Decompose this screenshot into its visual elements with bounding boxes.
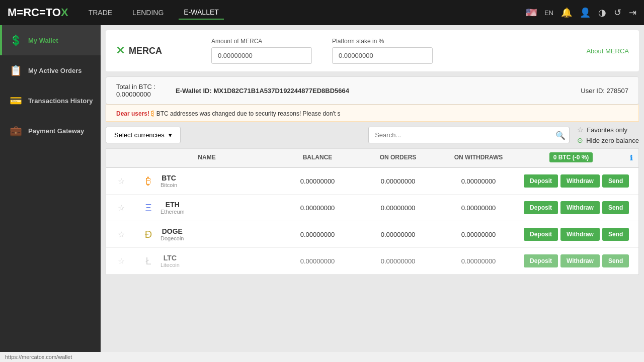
eth-deposit-button[interactable]: Deposit <box>524 201 558 214</box>
sidebar-label-payment-gateway: Payment Gateway <box>28 127 84 135</box>
table-row: ☆ ₿ BTC Bitcoin 0.00000000 0.00000000 0.… <box>106 168 638 195</box>
doge-balance: 0.00000000 <box>277 231 358 238</box>
logo-x: X <box>61 6 68 19</box>
hide-zero-label: Hide zero balance <box>586 137 639 144</box>
favorites-filter[interactable]: ☆ Favorites only <box>577 126 639 134</box>
btc-name: Bitcoin <box>160 182 177 188</box>
warning-bar: Dear users! ₿ BTC addresses was changed … <box>106 105 639 122</box>
notification-icon[interactable]: 🔔 <box>561 7 572 18</box>
eth-balance: 0.00000000 <box>277 204 358 212</box>
ltc-symbol: LTC <box>160 254 180 262</box>
doge-actions: Deposit Withdraw Send <box>519 228 634 241</box>
user-id-value: 278507 <box>607 87 628 95</box>
doge-on-orders: 0.00000000 <box>358 231 438 238</box>
th-on-orders: ON ORDERS <box>358 154 438 162</box>
ewallet-id-section: E-Wallet ID: MX1D82C71B1A537D192244877ED… <box>176 87 349 95</box>
about-merca-link[interactable]: About MERCA <box>586 47 629 55</box>
sidebar-label-my-wallet: My Wallet <box>28 37 58 44</box>
doge-deposit-button[interactable]: Deposit <box>524 228 558 241</box>
language-label[interactable]: EN <box>544 9 553 17</box>
orders-icon: 📋 <box>10 64 22 76</box>
table-row: ☆ Ð DOGE Dogecoin 0.00000000 0.00000000 … <box>106 221 638 248</box>
sidebar-label-active-orders: My Active Orders <box>28 67 82 74</box>
ltc-deposit-button[interactable]: Deposit <box>524 254 558 267</box>
ltc-balance: 0.00000000 <box>277 257 358 265</box>
btc-icon: ₿ <box>141 175 155 187</box>
btc-actions: Deposit Withdraw Send <box>519 174 634 188</box>
th-info: ℹ <box>623 154 638 162</box>
stake-input[interactable] <box>332 47 433 64</box>
user-icon[interactable]: 👤 <box>580 7 591 18</box>
th-on-withdraws: ON WITHDRAWS <box>438 154 519 162</box>
eth-on-orders: 0.00000000 <box>358 204 438 212</box>
refresh-icon[interactable]: ↺ <box>614 7 621 18</box>
nav-lending[interactable]: LENDING <box>127 6 169 19</box>
filter-options: ☆ Favorites only ⊙ Hide zero balance <box>577 126 639 144</box>
doge-on-withdraws: 0.00000000 <box>438 231 519 238</box>
dropdown-arrow-icon: ▾ <box>169 131 172 139</box>
doge-name: Dogecoin <box>160 235 184 241</box>
header-right: 🇺🇸 EN 🔔 👤 ◑ ↺ ⇥ <box>526 7 636 18</box>
sidebar-item-payment-gateway[interactable]: 💼 Payment Gateway <box>0 116 101 146</box>
logo[interactable]: M=RC=TOX <box>8 6 68 19</box>
search-input[interactable] <box>368 127 570 143</box>
btc-warning-icon: ₿ <box>151 109 154 117</box>
history-icon: 💳 <box>10 95 22 107</box>
ltc-on-withdraws: 0.00000000 <box>438 257 519 265</box>
eth-withdraw-button[interactable]: Withdraw <box>560 201 600 214</box>
th-balance: BALANCE <box>277 154 358 162</box>
merca-logo: ✕ MERCA <box>116 44 191 57</box>
sidebar-item-tx-history[interactable]: 💳 Transactions History <box>0 85 101 116</box>
doge-withdraw-button[interactable]: Withdraw <box>560 228 600 241</box>
doge-send-button[interactable]: Send <box>602 228 629 241</box>
select-currencies-label: Select currencies <box>114 131 165 139</box>
ltc-coin-info: Ł LTC Litecoin <box>136 254 277 268</box>
search-button[interactable]: 🔍 <box>555 130 566 140</box>
eth-star[interactable]: ☆ <box>106 203 136 213</box>
btc-send-button[interactable]: Send <box>602 174 629 188</box>
table-row: ☆ Ł LTC Litecoin 0.00000000 0.00000000 0… <box>106 248 638 275</box>
favorites-star-icon: ☆ <box>577 126 584 134</box>
user-id-label: User ID: <box>581 87 605 95</box>
warning-dear: Dear users! <box>116 110 149 117</box>
info-icon[interactable]: ℹ <box>630 154 632 162</box>
nav-ewallet[interactable]: E-WALLET <box>179 6 224 20</box>
search-box: 🔍 <box>368 127 570 143</box>
ltc-star[interactable]: ☆ <box>106 256 136 266</box>
total-value: 0.00000000 <box>116 90 151 98</box>
brightness-icon[interactable]: ◑ <box>598 7 606 18</box>
doge-symbol: DOGE <box>160 227 184 235</box>
select-currencies-button[interactable]: Select currencies ▾ <box>106 127 181 143</box>
nav-trade[interactable]: TRADE <box>84 6 117 19</box>
ltc-send-button[interactable]: Send <box>602 254 629 267</box>
btc-withdraw-button[interactable]: Withdraw <box>560 174 600 188</box>
sidebar-label-tx-history: Transactions History <box>28 97 93 105</box>
eth-actions: Deposit Withdraw Send <box>519 201 634 214</box>
doge-star[interactable]: ☆ <box>106 230 136 239</box>
eth-send-button[interactable]: Send <box>602 201 629 214</box>
main-content: ✕ MERCA Amount of MERCA Platform stake i… <box>101 25 644 362</box>
hide-zero-filter[interactable]: ⊙ Hide zero balance <box>577 136 639 144</box>
header: M=RC=TOX TRADE LENDING E-WALLET 🇺🇸 EN 🔔 … <box>0 0 644 25</box>
amount-label: Amount of MERCA <box>211 38 312 45</box>
sidebar: 💲 My Wallet 📋 My Active Orders 💳 Transac… <box>0 25 101 362</box>
sidebar-item-my-wallet[interactable]: 💲 My Wallet <box>0 25 101 55</box>
sidebar-item-active-orders[interactable]: 📋 My Active Orders <box>0 55 101 85</box>
amount-input[interactable] <box>211 47 312 64</box>
language-flag: 🇺🇸 <box>526 7 537 18</box>
merca-x-icon: ✕ <box>116 44 125 57</box>
btc-deposit-button[interactable]: Deposit <box>524 174 558 188</box>
eth-name: Ethereum <box>160 209 185 215</box>
btc-on-withdraws: 0.00000000 <box>438 177 519 185</box>
ltc-withdraw-button[interactable]: Withdraw <box>560 254 600 267</box>
hide-zero-icon: ⊙ <box>577 136 583 144</box>
gateway-icon: 💼 <box>10 125 22 137</box>
btc-coin-info: ₿ BTC Bitcoin <box>136 174 277 188</box>
btc-star[interactable]: ☆ <box>106 176 136 186</box>
controls-bar: Select currencies ▾ 🔍 ☆ Favorites only ⊙… <box>106 126 639 144</box>
ltc-actions: Deposit Withdraw Send <box>519 254 634 267</box>
logout-icon[interactable]: ⇥ <box>629 7 636 18</box>
ewallet-label: E-Wallet ID: <box>176 87 212 95</box>
favorites-label: Favorites only <box>587 126 627 134</box>
btc-on-orders: 0.00000000 <box>358 177 438 185</box>
